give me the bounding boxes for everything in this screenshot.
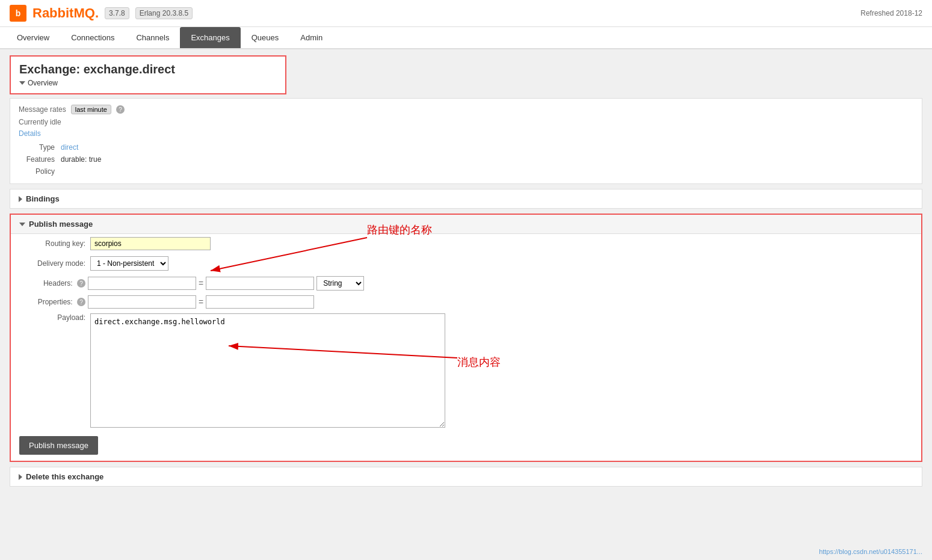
headers-help-icon[interactable]: ?	[77, 279, 85, 288]
delivery-mode-select[interactable]: 1 - Non-persistent 2 - Persistent	[90, 256, 168, 271]
delete-toggle-icon	[19, 474, 22, 480]
exchange-title-box: Exchange: exchange.direct Overview	[10, 55, 286, 94]
delete-label: Delete this exchange	[26, 472, 103, 481]
headers-equals: =	[199, 278, 203, 288]
overview-section: Message rates last minute ? Currently id…	[10, 98, 922, 184]
brand-name: RabbitMQ.	[32, 5, 99, 21]
features-row: Features durable: true	[19, 153, 106, 165]
properties-help-icon[interactable]: ?	[77, 298, 85, 306]
message-rates-label: Message rates	[19, 105, 66, 114]
type-row: Type direct	[19, 141, 106, 153]
nav-overview[interactable]: Overview	[6, 27, 60, 48]
bindings-toggle[interactable]: Bindings	[19, 194, 913, 203]
publish-toggle-icon	[19, 223, 25, 226]
bindings-label: Bindings	[26, 194, 60, 203]
properties-value-input[interactable]	[206, 295, 314, 309]
payload-textarea[interactable]: direct.exchange.msg.helloworld	[90, 313, 445, 428]
nav-connections[interactable]: Connections	[60, 27, 125, 48]
properties-key-input[interactable]	[88, 295, 196, 309]
erlang-badge: Erlang 20.3.8.5	[135, 7, 193, 19]
exchange-title: Exchange: exchange.direct	[19, 63, 277, 76]
properties-equals: =	[199, 297, 203, 307]
delete-section: Delete this exchange	[10, 467, 922, 487]
headers-label: Headers: ?	[19, 279, 85, 288]
routing-key-input[interactable]	[90, 237, 211, 250]
details-table: Type direct Features durable: true Polic…	[19, 141, 106, 177]
bindings-toggle-icon	[19, 196, 22, 202]
policy-value	[61, 165, 106, 177]
headers-key-input[interactable]	[88, 277, 196, 290]
bindings-section: Bindings	[10, 189, 922, 209]
last-minute-tag[interactable]: last minute	[71, 105, 111, 114]
payload-row: Payload: direct.exchange.msg.helloworld	[11, 311, 921, 430]
routing-key-label: Routing key:	[19, 239, 85, 248]
rabbitmq-logo-icon: b	[10, 5, 26, 22]
features-value: durable: true	[61, 153, 106, 165]
properties-row: Properties: ? =	[11, 293, 921, 311]
refresh-timestamp: Refreshed 2018-12	[860, 9, 922, 17]
exchange-name: exchange.direct	[84, 63, 175, 76]
publish-section-label: Publish message	[29, 220, 93, 229]
overview-toggle[interactable]: Overview	[19, 79, 277, 87]
nav-queues[interactable]: Queues	[241, 27, 290, 48]
rates-help-icon[interactable]: ?	[116, 105, 125, 114]
type-value: direct	[61, 141, 106, 153]
nav-bar: Overview Connections Channels Exchanges …	[0, 27, 932, 49]
publish-section: Publish message Routing key: Delivery mo…	[10, 214, 922, 462]
publish-header-toggle[interactable]: Publish message	[11, 215, 921, 234]
version-badge: 3.7.8	[105, 7, 129, 19]
nav-exchanges[interactable]: Exchanges	[180, 27, 240, 48]
headers-type-select[interactable]: String Number Boolean	[316, 276, 364, 291]
status-text: Currently idle	[19, 118, 913, 126]
headers-value-input[interactable]	[206, 277, 314, 290]
toggle-icon-down	[19, 81, 25, 85]
nav-channels[interactable]: Channels	[125, 27, 180, 48]
properties-label: Properties: ?	[19, 298, 85, 307]
details-link[interactable]: Details	[19, 129, 41, 138]
features-label: Features	[19, 153, 61, 165]
payload-label: Payload:	[19, 313, 85, 322]
type-label: Type	[19, 141, 61, 153]
message-rates-row: Message rates last minute ?	[19, 105, 913, 114]
routing-key-row: Routing key:	[11, 234, 921, 253]
delivery-mode-row: Delivery mode: 1 - Non-persistent 2 - Pe…	[11, 253, 921, 274]
nav-admin[interactable]: Admin	[289, 27, 333, 48]
main-content: Exchange: exchange.direct Overview Messa…	[0, 49, 932, 531]
publish-button[interactable]: Publish message	[19, 436, 98, 455]
logo-area: b RabbitMQ. 3.7.8 Erlang 20.3.8.5	[10, 5, 193, 22]
top-bar: b RabbitMQ. 3.7.8 Erlang 20.3.8.5 Refres…	[0, 0, 932, 27]
policy-row: Policy	[19, 165, 106, 177]
headers-row: Headers: ? = String Number Boolean	[11, 274, 921, 293]
delete-toggle[interactable]: Delete this exchange	[19, 472, 913, 481]
delivery-mode-label: Delivery mode:	[19, 259, 85, 268]
policy-label: Policy	[19, 165, 61, 177]
overview-label: Overview	[28, 79, 58, 87]
